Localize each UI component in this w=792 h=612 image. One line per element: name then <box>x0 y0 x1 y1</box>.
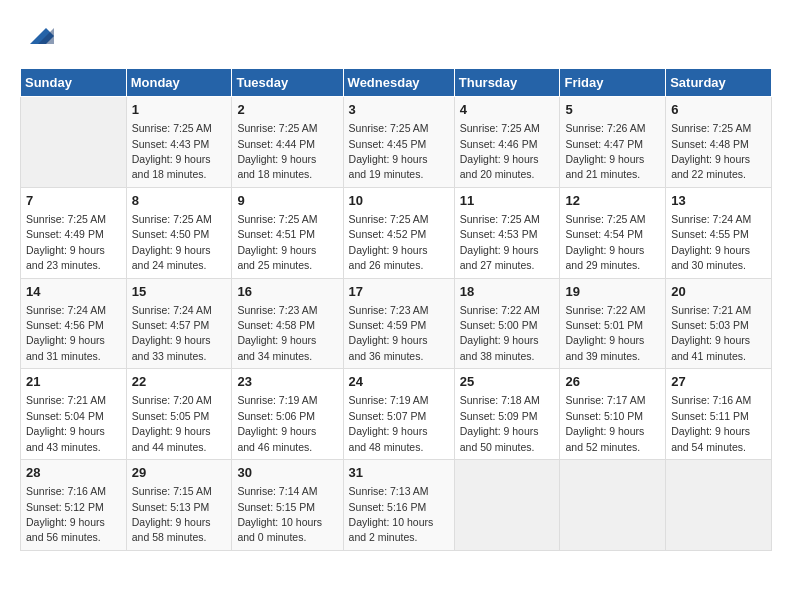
day-number: 9 <box>237 192 337 210</box>
day-info: Sunrise: 7:21 AM Sunset: 5:04 PM Dayligh… <box>26 394 106 452</box>
calendar-cell: 5Sunrise: 7:26 AM Sunset: 4:47 PM Daylig… <box>560 97 666 188</box>
day-number: 3 <box>349 101 449 119</box>
day-info: Sunrise: 7:17 AM Sunset: 5:10 PM Dayligh… <box>565 394 645 452</box>
calendar-cell: 12Sunrise: 7:25 AM Sunset: 4:54 PM Dayli… <box>560 187 666 278</box>
day-number: 10 <box>349 192 449 210</box>
day-info: Sunrise: 7:25 AM Sunset: 4:49 PM Dayligh… <box>26 213 106 271</box>
day-number: 21 <box>26 373 121 391</box>
calendar-cell: 7Sunrise: 7:25 AM Sunset: 4:49 PM Daylig… <box>21 187 127 278</box>
calendar-cell <box>454 460 560 551</box>
calendar-cell: 20Sunrise: 7:21 AM Sunset: 5:03 PM Dayli… <box>666 278 772 369</box>
logo <box>20 20 54 52</box>
day-number: 23 <box>237 373 337 391</box>
day-number: 15 <box>132 283 227 301</box>
day-number: 29 <box>132 464 227 482</box>
calendar-cell: 21Sunrise: 7:21 AM Sunset: 5:04 PM Dayli… <box>21 369 127 460</box>
calendar-cell: 24Sunrise: 7:19 AM Sunset: 5:07 PM Dayli… <box>343 369 454 460</box>
calendar-cell: 11Sunrise: 7:25 AM Sunset: 4:53 PM Dayli… <box>454 187 560 278</box>
day-number: 7 <box>26 192 121 210</box>
day-info: Sunrise: 7:25 AM Sunset: 4:48 PM Dayligh… <box>671 122 751 180</box>
calendar-cell: 17Sunrise: 7:23 AM Sunset: 4:59 PM Dayli… <box>343 278 454 369</box>
calendar-cell: 25Sunrise: 7:18 AM Sunset: 5:09 PM Dayli… <box>454 369 560 460</box>
calendar-week-row: 14Sunrise: 7:24 AM Sunset: 4:56 PM Dayli… <box>21 278 772 369</box>
day-number: 4 <box>460 101 555 119</box>
day-info: Sunrise: 7:25 AM Sunset: 4:43 PM Dayligh… <box>132 122 212 180</box>
col-header-thursday: Thursday <box>454 69 560 97</box>
day-info: Sunrise: 7:16 AM Sunset: 5:12 PM Dayligh… <box>26 485 106 543</box>
calendar-cell: 27Sunrise: 7:16 AM Sunset: 5:11 PM Dayli… <box>666 369 772 460</box>
calendar-cell: 22Sunrise: 7:20 AM Sunset: 5:05 PM Dayli… <box>126 369 232 460</box>
day-number: 25 <box>460 373 555 391</box>
day-number: 30 <box>237 464 337 482</box>
day-number: 26 <box>565 373 660 391</box>
day-info: Sunrise: 7:25 AM Sunset: 4:50 PM Dayligh… <box>132 213 212 271</box>
calendar-cell <box>666 460 772 551</box>
calendar-cell: 1Sunrise: 7:25 AM Sunset: 4:43 PM Daylig… <box>126 97 232 188</box>
day-info: Sunrise: 7:15 AM Sunset: 5:13 PM Dayligh… <box>132 485 212 543</box>
day-info: Sunrise: 7:19 AM Sunset: 5:07 PM Dayligh… <box>349 394 429 452</box>
day-info: Sunrise: 7:25 AM Sunset: 4:46 PM Dayligh… <box>460 122 540 180</box>
day-info: Sunrise: 7:22 AM Sunset: 5:01 PM Dayligh… <box>565 304 645 362</box>
calendar-cell: 4Sunrise: 7:25 AM Sunset: 4:46 PM Daylig… <box>454 97 560 188</box>
calendar-cell: 10Sunrise: 7:25 AM Sunset: 4:52 PM Dayli… <box>343 187 454 278</box>
day-info: Sunrise: 7:21 AM Sunset: 5:03 PM Dayligh… <box>671 304 751 362</box>
day-info: Sunrise: 7:24 AM Sunset: 4:55 PM Dayligh… <box>671 213 751 271</box>
day-number: 5 <box>565 101 660 119</box>
day-number: 18 <box>460 283 555 301</box>
day-info: Sunrise: 7:26 AM Sunset: 4:47 PM Dayligh… <box>565 122 645 180</box>
calendar-cell <box>21 97 127 188</box>
calendar-cell: 18Sunrise: 7:22 AM Sunset: 5:00 PM Dayli… <box>454 278 560 369</box>
day-info: Sunrise: 7:23 AM Sunset: 4:59 PM Dayligh… <box>349 304 429 362</box>
day-number: 31 <box>349 464 449 482</box>
page-header <box>20 20 772 52</box>
day-info: Sunrise: 7:13 AM Sunset: 5:16 PM Dayligh… <box>349 485 434 543</box>
day-number: 6 <box>671 101 766 119</box>
calendar-week-row: 1Sunrise: 7:25 AM Sunset: 4:43 PM Daylig… <box>21 97 772 188</box>
day-info: Sunrise: 7:22 AM Sunset: 5:00 PM Dayligh… <box>460 304 540 362</box>
day-number: 27 <box>671 373 766 391</box>
day-info: Sunrise: 7:16 AM Sunset: 5:11 PM Dayligh… <box>671 394 751 452</box>
col-header-saturday: Saturday <box>666 69 772 97</box>
calendar-cell: 15Sunrise: 7:24 AM Sunset: 4:57 PM Dayli… <box>126 278 232 369</box>
day-number: 19 <box>565 283 660 301</box>
calendar-cell: 6Sunrise: 7:25 AM Sunset: 4:48 PM Daylig… <box>666 97 772 188</box>
day-info: Sunrise: 7:24 AM Sunset: 4:57 PM Dayligh… <box>132 304 212 362</box>
day-number: 12 <box>565 192 660 210</box>
calendar-cell: 31Sunrise: 7:13 AM Sunset: 5:16 PM Dayli… <box>343 460 454 551</box>
calendar-cell: 8Sunrise: 7:25 AM Sunset: 4:50 PM Daylig… <box>126 187 232 278</box>
calendar-cell: 19Sunrise: 7:22 AM Sunset: 5:01 PM Dayli… <box>560 278 666 369</box>
col-header-wednesday: Wednesday <box>343 69 454 97</box>
calendar-cell: 14Sunrise: 7:24 AM Sunset: 4:56 PM Dayli… <box>21 278 127 369</box>
col-header-monday: Monday <box>126 69 232 97</box>
calendar-table: SundayMondayTuesdayWednesdayThursdayFrid… <box>20 68 772 551</box>
day-number: 8 <box>132 192 227 210</box>
calendar-week-row: 7Sunrise: 7:25 AM Sunset: 4:49 PM Daylig… <box>21 187 772 278</box>
calendar-cell: 26Sunrise: 7:17 AM Sunset: 5:10 PM Dayli… <box>560 369 666 460</box>
calendar-cell: 23Sunrise: 7:19 AM Sunset: 5:06 PM Dayli… <box>232 369 343 460</box>
calendar-cell <box>560 460 666 551</box>
day-info: Sunrise: 7:14 AM Sunset: 5:15 PM Dayligh… <box>237 485 322 543</box>
day-info: Sunrise: 7:25 AM Sunset: 4:53 PM Dayligh… <box>460 213 540 271</box>
calendar-cell: 2Sunrise: 7:25 AM Sunset: 4:44 PM Daylig… <box>232 97 343 188</box>
day-number: 13 <box>671 192 766 210</box>
day-info: Sunrise: 7:20 AM Sunset: 5:05 PM Dayligh… <box>132 394 212 452</box>
day-info: Sunrise: 7:25 AM Sunset: 4:51 PM Dayligh… <box>237 213 317 271</box>
day-info: Sunrise: 7:25 AM Sunset: 4:54 PM Dayligh… <box>565 213 645 271</box>
day-number: 2 <box>237 101 337 119</box>
day-info: Sunrise: 7:25 AM Sunset: 4:44 PM Dayligh… <box>237 122 317 180</box>
day-number: 11 <box>460 192 555 210</box>
calendar-header-row: SundayMondayTuesdayWednesdayThursdayFrid… <box>21 69 772 97</box>
col-header-tuesday: Tuesday <box>232 69 343 97</box>
col-header-sunday: Sunday <box>21 69 127 97</box>
day-info: Sunrise: 7:18 AM Sunset: 5:09 PM Dayligh… <box>460 394 540 452</box>
calendar-week-row: 21Sunrise: 7:21 AM Sunset: 5:04 PM Dayli… <box>21 369 772 460</box>
day-number: 17 <box>349 283 449 301</box>
calendar-cell: 16Sunrise: 7:23 AM Sunset: 4:58 PM Dayli… <box>232 278 343 369</box>
calendar-cell: 28Sunrise: 7:16 AM Sunset: 5:12 PM Dayli… <box>21 460 127 551</box>
logo-icon <box>22 20 54 52</box>
col-header-friday: Friday <box>560 69 666 97</box>
day-info: Sunrise: 7:25 AM Sunset: 4:45 PM Dayligh… <box>349 122 429 180</box>
calendar-cell: 30Sunrise: 7:14 AM Sunset: 5:15 PM Dayli… <box>232 460 343 551</box>
day-number: 28 <box>26 464 121 482</box>
day-number: 1 <box>132 101 227 119</box>
